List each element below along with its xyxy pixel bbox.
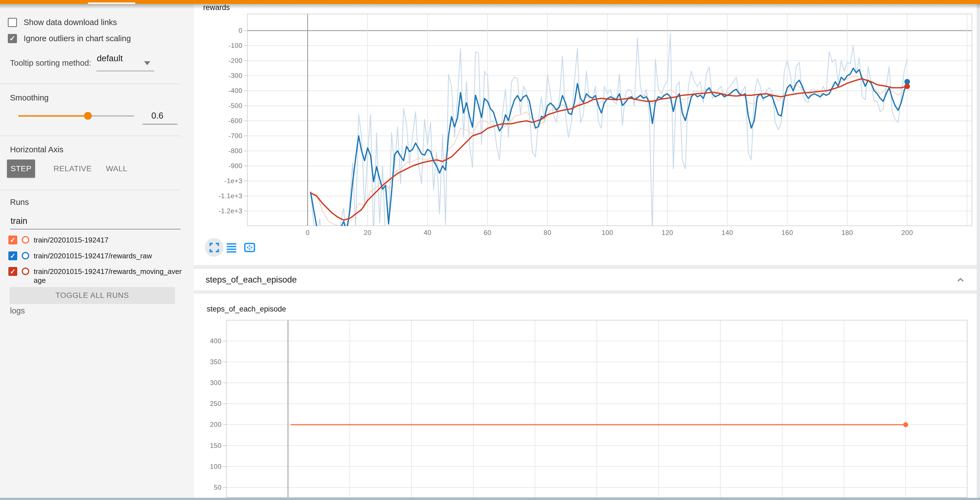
rewards-plot[interactable] — [247, 14, 972, 226]
x-tick-label: 200 — [901, 229, 913, 237]
y-tick-label: 0 — [194, 27, 247, 35]
divider — [0, 189, 181, 190]
y-tick-label: 400 — [194, 337, 226, 345]
y-tick-label: -300 — [194, 72, 247, 80]
tensorboard-screen: Show data download links ✓ Ignore outlie… — [0, 0, 980, 500]
show-download-links-checkbox[interactable] — [8, 18, 17, 27]
ignore-outliers-option[interactable]: ✓ Ignore outliers in chart scaling — [8, 34, 131, 43]
x-tick-label: 60 — [484, 229, 492, 237]
run-label: train/20201015-192417/rewards_raw — [33, 252, 152, 260]
axis-step-button[interactable]: STEP — [7, 159, 35, 178]
run-checkbox[interactable]: ✓ — [8, 252, 17, 260]
smoothing-value[interactable]: 0.6 — [151, 111, 163, 121]
toggle-all-runs-button[interactable]: TOGGLE ALL RUNS — [10, 287, 175, 304]
runs-label: Runs — [10, 197, 29, 207]
y-tick-label: -1e+3 — [194, 177, 247, 185]
y-tick-label: 150 — [194, 441, 226, 450]
y-tick-label: -100 — [194, 41, 247, 50]
rewards-plot-svg[interactable] — [247, 14, 972, 226]
horizontal-axis-label: Horizontal Axis — [10, 145, 64, 154]
run-radio[interactable] — [22, 268, 29, 275]
fit-domain-icon[interactable] — [243, 241, 256, 254]
smoothing-slider-fill — [18, 115, 88, 117]
tooltip-sorting-label: Tooltip sorting method: — [10, 59, 91, 68]
run-row[interactable]: ✓ train/20201015-192417 — [8, 236, 108, 244]
rewards-chart-title: rewards — [203, 3, 230, 12]
run-filter-underline — [10, 229, 181, 229]
y-tick-label: -900 — [194, 162, 247, 170]
bottom-edge-strip — [0, 498, 980, 500]
smoothing-label: Smoothing — [10, 93, 49, 102]
rewards-y-axis: 0-100-200-300-400-500-600-700-800-900-1e… — [194, 14, 247, 226]
steps-plot[interactable] — [226, 320, 967, 498]
divider — [0, 83, 181, 84]
run-row[interactable]: ✓ train/20201015-192417/rewards_raw — [8, 252, 152, 260]
chevron-down-icon[interactable] — [144, 61, 150, 65]
tooltip-sorting-underline — [96, 71, 154, 71]
run-checkbox[interactable]: ✓ — [8, 267, 17, 276]
run-filter-input[interactable] — [10, 216, 166, 226]
y-tick-label: -500 — [194, 102, 247, 110]
run-checkbox[interactable]: ✓ — [8, 236, 17, 244]
divider — [0, 135, 181, 136]
smoothing-value-underline — [142, 124, 178, 124]
ignore-outliers-checkbox[interactable]: ✓ — [8, 34, 17, 43]
y-tick-label: -800 — [194, 147, 247, 155]
y-tick-label: -200 — [194, 57, 247, 65]
section-header-title: steps_of_each_episode — [206, 269, 297, 290]
show-download-links-option[interactable]: Show data download links — [8, 18, 117, 27]
steps-chart-title: steps_of_each_episode — [207, 305, 286, 314]
x-tick-label: 100 — [601, 229, 613, 237]
rewards-card: rewards 0-100-200-300-400-500-600-700-80… — [194, 4, 977, 265]
rewards-x-axis: 020406080100120140160180200 — [247, 227, 972, 238]
smoothing-slider-thumb[interactable] — [84, 112, 92, 120]
smoothing-slider[interactable] — [18, 115, 134, 117]
y-tick-label: 200 — [194, 420, 226, 429]
y-tick-label: -400 — [194, 87, 247, 95]
run-label: train/20201015-192417 — [33, 236, 108, 244]
y-tick-label: 50 — [194, 483, 226, 492]
app-toolbar — [0, 0, 980, 4]
active-tab-indicator — [88, 3, 135, 4]
ignore-outliers-label: Ignore outliers in chart scaling — [24, 34, 131, 43]
y-tick-label: 350 — [194, 358, 226, 366]
y-tick-label: 250 — [194, 400, 226, 408]
y-tick-label: 300 — [194, 379, 226, 387]
x-tick-label: 20 — [364, 229, 371, 237]
steps-plot-svg[interactable] — [226, 320, 967, 498]
run-label: train/20201015-192417/rewards_moving_ave… — [33, 267, 185, 285]
run-radio[interactable] — [22, 236, 29, 244]
y-tick-label: -1.1e+3 — [194, 192, 247, 200]
y-tick-label: -600 — [194, 117, 247, 125]
runs-list-icon[interactable] — [225, 241, 238, 254]
scrollbar-track[interactable] — [977, 4, 980, 498]
logs-path-label: logs — [10, 306, 25, 315]
axis-relative-button[interactable]: RELATIVE — [49, 159, 96, 178]
tooltip-sorting-select[interactable]: default — [97, 53, 123, 64]
x-tick-label: 120 — [662, 229, 673, 237]
steps-y-axis: 40035030025020015010050 — [194, 320, 226, 498]
steps-card: steps_of_each_episode 400350300250200150… — [194, 294, 977, 498]
x-tick-label: 0 — [306, 229, 310, 237]
x-tick-label: 180 — [842, 229, 853, 237]
x-tick-label: 140 — [722, 229, 733, 237]
axis-wall-button[interactable]: WALL — [101, 159, 132, 178]
y-tick-label: -1.2e+3 — [194, 207, 247, 215]
main-content: rewards 0-100-200-300-400-500-600-700-80… — [194, 4, 977, 498]
x-tick-label: 160 — [782, 229, 793, 237]
run-row[interactable]: ✓ train/20201015-192417/rewards_moving_a… — [8, 267, 185, 285]
run-radio[interactable] — [22, 252, 29, 260]
expand-chart-icon[interactable] — [208, 241, 221, 254]
chevron-up-icon[interactable] — [956, 275, 965, 285]
y-tick-label: 100 — [194, 462, 226, 471]
x-tick-label: 40 — [424, 229, 431, 237]
sidebar: Show data download links ✓ Ignore outlie… — [0, 4, 194, 498]
y-tick-label: -700 — [194, 132, 247, 140]
x-tick-label: 80 — [544, 229, 552, 237]
show-download-links-label: Show data download links — [24, 18, 117, 27]
section-header-card[interactable]: steps_of_each_episode — [194, 269, 977, 290]
